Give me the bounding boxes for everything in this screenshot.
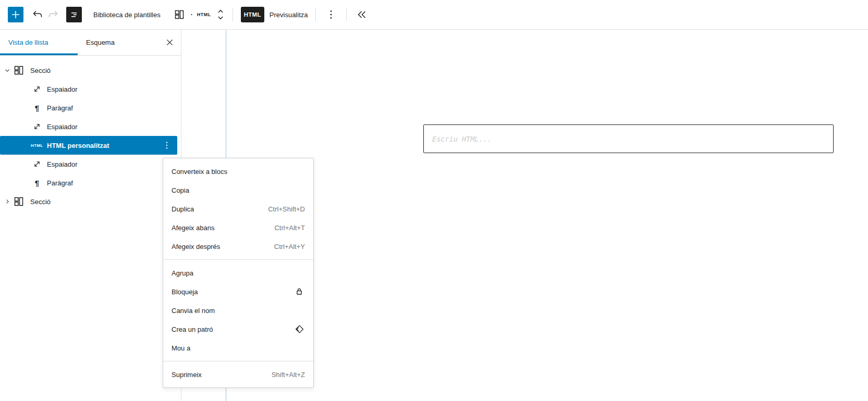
tab-vista-de-llista[interactable]: Vista de llista: [0, 30, 78, 55]
toolbar-divider: [233, 8, 233, 21]
paragraph-icon: ¶: [31, 102, 43, 114]
list-view-item-html-personalitzat[interactable]: HTMLHTML personalitzat: [0, 136, 177, 155]
close-panel-button[interactable]: [163, 36, 176, 49]
document-overview-button[interactable]: [66, 7, 82, 22]
list-view-item-label: Secció: [30, 67, 51, 74]
list-view-tree: SeccióEspaiador¶ParàgrafEspaiadorHTMLHTM…: [0, 56, 181, 211]
document-overview-icon: [68, 8, 80, 21]
undo-icon: [32, 8, 44, 21]
list-view-item-espaiador[interactable]: Espaiador: [0, 80, 181, 98]
html-block-input[interactable]: Escriu HTML...: [423, 124, 834, 153]
editor-toolbar: Biblioteca de plantilles · HTML HTML Pre…: [0, 0, 868, 30]
close-icon: [165, 38, 174, 47]
spacer-icon: [31, 120, 43, 133]
menu-item-label: Mou a: [172, 344, 190, 352]
tab-esquema[interactable]: Esquema: [78, 30, 155, 55]
list-view-item-seccio[interactable]: Secció: [0, 61, 181, 80]
menu-item-label: Duplica: [172, 205, 194, 213]
menu-item-label: Copia: [172, 186, 189, 194]
menu-item-agrupa[interactable]: Agrupa: [163, 264, 313, 282]
breadcrumb-separator: ·: [191, 11, 193, 18]
panel-tabs: Vista de llista Esquema: [0, 30, 181, 56]
undo-button[interactable]: [31, 7, 45, 22]
pattern-icon: [294, 323, 305, 335]
list-view-item-label: HTML personalitzat: [47, 142, 109, 149]
menu-item-converteix-a-blocs[interactable]: Converteix a blocs: [163, 162, 313, 181]
list-view-item-label: Paràgraf: [47, 104, 73, 112]
list-view-item-label: Espaiador: [47, 160, 78, 168]
menu-item-mou-a[interactable]: Mou a: [163, 339, 313, 357]
menu-item-copia[interactable]: Copia: [163, 181, 313, 199]
block-mover-button[interactable]: [216, 7, 225, 22]
menu-group: AgrupaBloquejaCanvia el nomCrea un patró…: [163, 259, 313, 361]
menu-item-label: Agrupa: [172, 269, 193, 277]
site-editor: Biblioteca de plantilles · HTML HTML Pre…: [0, 0, 868, 401]
lock-icon: [294, 286, 305, 297]
kebab-icon: [162, 140, 172, 151]
section-icon: [13, 64, 25, 77]
block-options-menu: Converteix a blocsCopiaDuplicaCtrl+Shift…: [163, 158, 314, 388]
list-view-item-label: Secció: [30, 198, 51, 206]
menu-item-label: Suprimeix: [172, 371, 202, 379]
menu-item-shortcut: Ctrl+Alt+Y: [274, 243, 305, 250]
list-view-item-espaiador[interactable]: Espaiador: [0, 117, 181, 136]
html-mode-toggle[interactable]: HTML: [241, 7, 264, 22]
paragraph-icon: ¶: [31, 177, 43, 189]
menu-item-label: Converteix a blocs: [172, 168, 227, 176]
options-menu-button[interactable]: [324, 7, 338, 22]
block-options-button[interactable]: [162, 140, 172, 151]
menu-item-shortcut: Ctrl+Alt+T: [274, 224, 305, 232]
spacer-icon: [31, 158, 43, 170]
collapse-icon: [356, 8, 368, 21]
chevron-down-icon[interactable]: [3, 66, 11, 74]
menu-item-afegeix-despres[interactable]: Afegeix desprésCtrl+Alt+Y: [163, 237, 313, 256]
menu-item-duplica[interactable]: DuplicaCtrl+Shift+D: [163, 199, 313, 218]
block-mover-icon: [216, 7, 225, 22]
spacer-icon: [31, 83, 43, 95]
document-title: Biblioteca de plantilles: [93, 11, 161, 19]
list-view-panel: Vista de llista Esquema SeccióEspaiador¶…: [0, 30, 181, 401]
menu-item-label: Afegeix abans: [172, 224, 214, 232]
list-view-item-espaiador[interactable]: Espaiador: [0, 155, 181, 173]
breadcrumb-block-label: HTML: [197, 12, 211, 17]
menu-item-label: Afegeix després: [172, 243, 220, 250]
list-view-item-paragraf[interactable]: ¶Paràgraf: [0, 98, 181, 117]
preview-button[interactable]: Previsualitza: [270, 11, 308, 19]
menu-group: SuprimeixShift+Alt+Z: [163, 361, 313, 387]
menu-item-label: Bloqueja: [172, 288, 198, 296]
redo-button[interactable]: [45, 7, 60, 22]
inserter-toggle-button[interactable]: [8, 7, 23, 22]
menu-item-shortcut: Shift+Alt+Z: [272, 371, 305, 379]
menu-item-shortcut: Ctrl+Shift+D: [268, 205, 305, 213]
menu-group: Converteix a blocsCopiaDuplicaCtrl+Shift…: [163, 158, 313, 259]
list-view-item-label: Espaiador: [47, 123, 78, 131]
menu-item-label: Crea un patró: [172, 325, 213, 333]
kebab-icon: [325, 8, 337, 21]
html-block-placeholder: Escriu HTML...: [432, 135, 492, 143]
menu-item-bloqueja[interactable]: Bloqueja: [163, 282, 313, 301]
collapse-panel-button[interactable]: [354, 7, 369, 22]
menu-item-afegeix-abans[interactable]: Afegeix abansCtrl+Alt+T: [163, 218, 313, 237]
menu-item-suprimeix[interactable]: SuprimeixShift+Alt+Z: [163, 365, 313, 384]
list-view-item-paragraf[interactable]: ¶Paràgraf: [0, 173, 181, 192]
menu-item-canvia-el-nom[interactable]: Canvia el nom: [163, 301, 313, 320]
menu-item-label: Canvia el nom: [172, 307, 215, 315]
section-icon: [173, 8, 186, 21]
menu-item-crea-un-patro[interactable]: Crea un patró: [163, 320, 313, 339]
toolbar-divider: [315, 8, 316, 21]
chevron-right-icon[interactable]: [3, 197, 11, 206]
list-view-item-label: Espaiador: [47, 85, 78, 93]
section-icon: [13, 195, 25, 208]
redo-icon: [46, 8, 59, 21]
toolbar-divider: [346, 8, 347, 21]
list-view-item-seccio[interactable]: Secció: [0, 192, 181, 211]
html-text-icon: HTML: [31, 139, 43, 152]
list-view-item-label: Paràgraf: [47, 179, 73, 187]
block-breadcrumb: · HTML: [172, 7, 225, 22]
plus-icon: [9, 8, 22, 21]
